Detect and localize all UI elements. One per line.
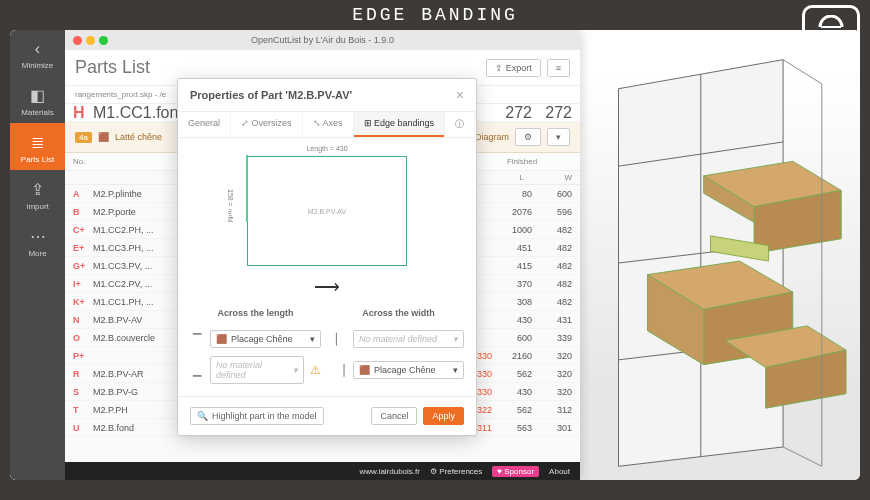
col-across-length: Across the length	[190, 308, 321, 318]
col-across-width: Across the width	[333, 308, 464, 318]
footer-site[interactable]: www.lairdubois.fr	[359, 467, 419, 476]
export-button[interactable]: ⇪ Export	[486, 59, 541, 77]
edge-length-2-select[interactable]: No material defined▾	[210, 356, 304, 384]
row-letter: R	[73, 369, 93, 379]
row-letter: E+	[73, 243, 93, 253]
row-letter: P+	[73, 351, 93, 361]
sidebar: ‹Minimize ◧Materials ≣Parts List ⇪Import…	[10, 30, 65, 480]
modal-close-icon[interactable]: ×	[456, 87, 464, 103]
row-letter: B	[73, 207, 93, 217]
page-title: Parts List	[75, 57, 480, 78]
row-letter: U	[73, 423, 93, 433]
edge-length-1-select[interactable]: 🟫 Placage Chêne ▾	[210, 330, 321, 348]
titlebar: OpenCutList by L'Air du Bois - 1.9.0	[65, 30, 580, 50]
material-chip: 4a	[75, 132, 92, 143]
highlight-part-button[interactable]: 🔍 Highlight part in the model	[190, 407, 324, 425]
part-preview: Length = 430 158 = ዛዞM M2.B.PV-AV	[247, 156, 407, 266]
sidebar-item-more[interactable]: ⋯More	[10, 217, 65, 264]
chevron-left-icon: ‹	[12, 40, 63, 58]
edge-width-2-select[interactable]: 🟫 Placage Chêne ▾	[353, 361, 464, 379]
edge-left-icon: ▏	[333, 333, 347, 346]
footer-about[interactable]: About	[549, 467, 570, 476]
sidebar-item-minimize[interactable]: ‹Minimize	[10, 30, 65, 76]
row-letter: S	[73, 387, 93, 397]
row-letter: T	[73, 405, 93, 415]
row-letter: H	[73, 104, 93, 122]
tab-oversizes[interactable]: ⤢ Oversizes	[231, 112, 303, 137]
sidebar-item-materials[interactable]: ◧Materials	[10, 76, 65, 123]
import-icon: ⇪	[12, 180, 63, 199]
row-letter: O	[73, 333, 93, 343]
col-finished: Finished	[472, 157, 572, 166]
menu-button[interactable]: ≡	[547, 59, 570, 77]
apply-button[interactable]: Apply	[423, 407, 464, 425]
warning-icon: ⚠	[310, 363, 321, 377]
cancel-button[interactable]: Cancel	[371, 407, 417, 425]
arrow-icon: ⟶	[190, 276, 464, 298]
svg-line-16	[783, 447, 822, 466]
row-letter: K+	[73, 297, 93, 307]
row-letter: N	[73, 315, 93, 325]
edge-width-1-select[interactable]: No material defined▾	[353, 330, 464, 348]
row-letter: G+	[73, 261, 93, 271]
row-letter: A	[73, 189, 93, 199]
modal-title: Properties of Part 'M2.B.PV-AV'	[190, 89, 352, 101]
sidebar-item-import[interactable]: ⇪Import	[10, 170, 65, 217]
tab-edge-bandings[interactable]: ⊞ Edge bandings	[354, 112, 446, 137]
row-letter: C+	[73, 225, 93, 235]
tab-info[interactable]: ⓘ	[445, 112, 475, 137]
page-banner: EDGE BANDING	[0, 0, 870, 30]
footer: www.lairdubois.fr ⚙ Preferences ♥ Sponso…	[65, 462, 580, 480]
row-letter: I+	[73, 279, 93, 289]
wood-icon: 🟫	[98, 132, 109, 142]
tab-general[interactable]: General	[178, 112, 231, 137]
more-icon: ⋯	[12, 227, 63, 246]
materials-icon: ◧	[12, 86, 63, 105]
sidebar-item-parts-list[interactable]: ≣Parts List	[10, 123, 65, 170]
svg-line-15	[783, 60, 822, 84]
material-settings-button[interactable]: ⚙	[515, 128, 541, 146]
cabinet-render	[595, 50, 855, 476]
footer-prefs[interactable]: ⚙ Preferences	[430, 467, 482, 476]
window-title: OpenCutList by L'Air du Bois - 1.9.0	[65, 35, 580, 45]
tab-axes[interactable]: ⤡ Axes	[303, 112, 354, 137]
edge-top-icon: ▔	[190, 333, 204, 346]
edge-right-icon: ▕	[333, 364, 347, 377]
material-expand-button[interactable]: ▾	[547, 128, 570, 146]
col-no: No.	[73, 157, 97, 166]
footer-sponsor[interactable]: ♥ Sponsor	[492, 466, 539, 477]
list-icon: ≣	[12, 133, 63, 152]
edge-bottom-icon: ▁	[190, 364, 204, 377]
part-properties-modal: Properties of Part 'M2.B.PV-AV' × Genera…	[177, 78, 477, 436]
